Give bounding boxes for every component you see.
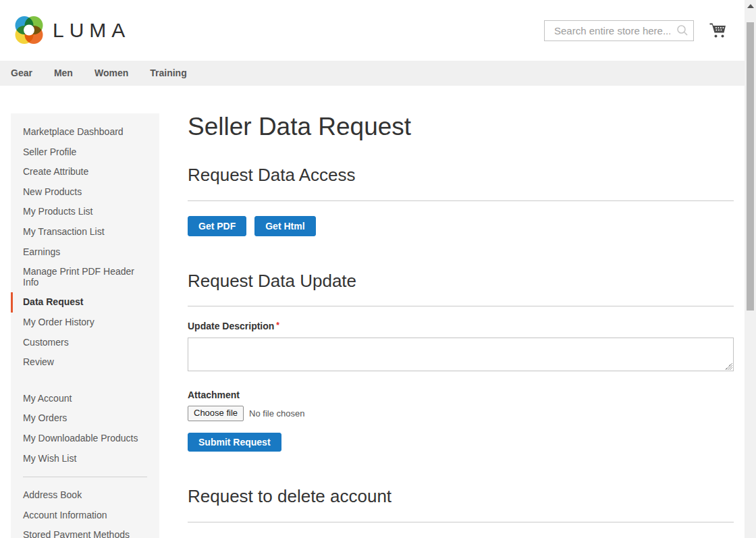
sidebar-item-my-account[interactable]: My Account xyxy=(11,389,159,409)
nav-item-training[interactable]: Training xyxy=(150,61,186,86)
page-title: Seller Data Request xyxy=(188,113,734,141)
section-divider xyxy=(188,522,734,522)
nav-item-gear[interactable]: Gear xyxy=(11,61,32,86)
sidebar-item-customers[interactable]: Customers xyxy=(11,333,159,353)
scrollbar-up-arrow-icon[interactable] xyxy=(747,4,754,8)
header: LUMA xyxy=(0,0,745,61)
update-description-field xyxy=(188,338,734,371)
update-description-textarea[interactable] xyxy=(188,338,734,371)
main-column: Seller Data Request Request Data Access … xyxy=(188,113,734,538)
sidebar-item-my-order-history[interactable]: My Order History xyxy=(11,313,159,333)
search-input[interactable] xyxy=(544,20,694,41)
get-html-button[interactable]: Get Html xyxy=(254,216,315,236)
sidebar-item-seller-profile[interactable]: Seller Profile xyxy=(11,142,159,163)
nav-item-women[interactable]: Women xyxy=(94,61,128,86)
sidebar-gap xyxy=(11,373,159,389)
sidebar-item-data-request[interactable]: Data Request xyxy=(11,292,159,313)
request-data-update-heading: Request Data Update xyxy=(188,271,734,292)
search-icon[interactable] xyxy=(676,24,688,36)
file-chosen-status: No file chosen xyxy=(249,408,304,419)
choose-file-button[interactable]: Choose file xyxy=(188,406,244,421)
sidebar-item-my-orders[interactable]: My Orders xyxy=(11,408,159,429)
sidebar-item-my-wish-list[interactable]: My Wish List xyxy=(11,449,159,469)
attachment-label: Attachment xyxy=(188,389,734,400)
account-sidebar: Marketplace Dashboard Seller Profile Cre… xyxy=(11,113,159,538)
sidebar-item-review[interactable]: Review xyxy=(11,352,159,373)
luma-logo-icon xyxy=(12,14,46,47)
sidebar-item-new-products[interactable]: New Products xyxy=(11,182,159,203)
submit-request-button[interactable]: Submit Request xyxy=(188,433,281,452)
content: Marketplace Dashboard Seller Profile Cre… xyxy=(0,86,745,538)
page: LUMA xyxy=(0,0,745,538)
sidebar-item-create-attribute[interactable]: Create Attribute xyxy=(11,162,159,182)
cart-icon[interactable] xyxy=(709,22,727,39)
sidebar-item-my-transaction-list[interactable]: My Transaction List xyxy=(11,222,159,242)
update-description-label: Update Description* xyxy=(188,321,734,331)
required-asterisk: * xyxy=(276,321,279,330)
request-delete-account-heading: Request to delete account xyxy=(188,487,734,507)
sidebar-item-address-book[interactable]: Address Book xyxy=(11,485,159,506)
request-data-access-heading: Request Data Access xyxy=(188,165,734,186)
nav-item-men[interactable]: Men xyxy=(54,61,73,86)
sidebar-divider xyxy=(23,477,147,477)
sidebar-item-stored-payment-methods[interactable]: Stored Payment Methods xyxy=(11,525,159,538)
sidebar-item-my-downloadable-products[interactable]: My Downloadable Products xyxy=(11,429,159,449)
sidebar-item-my-products-list[interactable]: My Products List xyxy=(11,202,159,222)
sidebar-item-marketplace-dashboard[interactable]: Marketplace Dashboard xyxy=(11,122,159,142)
sidebar-item-earnings[interactable]: Earnings xyxy=(11,242,159,263)
scrollbar-thumb[interactable] xyxy=(747,22,754,311)
search-box xyxy=(544,20,694,41)
sidebar-item-account-information[interactable]: Account Information xyxy=(11,506,159,526)
get-pdf-button[interactable]: Get PDF xyxy=(188,216,246,236)
access-buttons-row: Get PDF Get Html xyxy=(188,216,734,236)
section-divider xyxy=(188,306,734,306)
scrollbar[interactable] xyxy=(745,0,756,538)
sidebar-item-manage-print-pdf-header-info[interactable]: Manage Print PDF Header Info xyxy=(11,262,159,292)
main-nav: Gear Men Women Training xyxy=(0,61,745,86)
section-divider xyxy=(188,200,734,201)
update-description-label-text: Update Description xyxy=(188,321,274,331)
store-logo[interactable]: LUMA xyxy=(12,14,130,47)
attachment-file-input: Choose file No file chosen xyxy=(188,406,734,421)
logo-text: LUMA xyxy=(53,19,130,42)
